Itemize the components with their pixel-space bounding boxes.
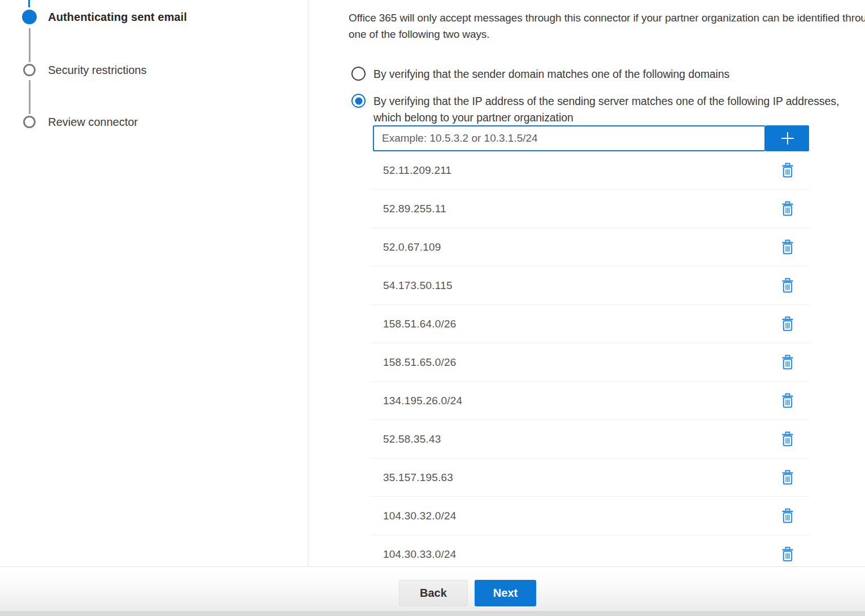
step-description-text: Office 365 will only accept messages thr… — [349, 10, 865, 42]
ip-address-value: 54.173.50.115 — [383, 279, 780, 292]
wizard-step-content: Office 365 will only accept messages thr… — [349, 0, 865, 566]
trash-icon — [781, 393, 794, 408]
trash-icon — [781, 239, 794, 255]
back-button[interactable]: Back — [399, 580, 468, 606]
radio-option-label: By verifying that the IP address of the … — [373, 93, 842, 126]
delete-ip-button[interactable] — [780, 430, 795, 448]
stepper-connector-line — [29, 80, 31, 114]
step-upcoming-circle-icon — [23, 116, 36, 128]
radio-option-ip-address[interactable]: By verifying that the IP address of the … — [351, 93, 842, 126]
trash-icon — [781, 316, 794, 331]
delete-ip-button[interactable] — [780, 315, 795, 333]
radio-unselected-icon[interactable] — [351, 67, 366, 81]
ip-address-row: 104.30.33.0/24 — [370, 535, 810, 566]
ip-address-value: 52.11.209.211 — [383, 164, 780, 177]
delete-ip-button[interactable] — [780, 545, 795, 563]
trash-icon — [781, 163, 794, 178]
ip-address-value: 52.89.255.11 — [383, 203, 780, 215]
ip-address-row: 52.58.35.43 — [370, 420, 810, 458]
ip-address-row: 52.0.67.109 — [370, 228, 810, 267]
trash-icon — [781, 201, 794, 216]
ip-address-value: 158.51.64.0/26 — [383, 318, 780, 330]
ip-address-value: 52.58.35.43 — [383, 433, 780, 445]
add-ip-button[interactable] — [766, 125, 809, 151]
ip-address-row: 104.30.32.0/24 — [370, 497, 810, 535]
step-current-circle-icon — [22, 10, 37, 24]
trash-icon — [781, 278, 794, 293]
wizard-stepper-sidebar: Authenticating sent email Security restr… — [0, 0, 308, 566]
stepper-connector-line — [29, 28, 31, 62]
ip-address-value: 134.195.26.0/24 — [383, 395, 780, 407]
delete-ip-button[interactable] — [780, 392, 795, 409]
ip-address-value: 104.30.32.0/24 — [383, 510, 780, 522]
delete-ip-button[interactable] — [780, 507, 795, 525]
radio-selected-icon[interactable] — [351, 94, 366, 108]
delete-ip-button[interactable] — [780, 353, 795, 371]
step-label: Authenticating sent email — [48, 10, 187, 24]
next-button[interactable]: Next — [475, 580, 536, 606]
trash-icon — [781, 508, 794, 523]
delete-ip-button[interactable] — [780, 238, 795, 256]
trash-icon — [781, 547, 794, 562]
ip-address-input[interactable] — [373, 125, 766, 151]
radio-option-sender-domain[interactable]: By verifying that the sender domain matc… — [351, 66, 729, 82]
step-label: Security restrictions — [48, 63, 147, 77]
step-upcoming-circle-icon — [23, 64, 36, 76]
footer-buttons: Back Next — [399, 580, 536, 606]
step-label: Review connector — [48, 115, 138, 129]
ip-address-row: 134.195.26.0/24 — [370, 382, 810, 420]
ip-address-row: 158.51.64.0/26 — [370, 305, 810, 343]
delete-ip-button[interactable] — [780, 277, 795, 294]
delete-ip-button[interactable] — [780, 469, 795, 486]
ip-address-row: 52.89.255.11 — [370, 190, 810, 228]
trash-icon — [781, 470, 794, 485]
ip-address-value: 35.157.195.63 — [383, 471, 780, 484]
delete-ip-button[interactable] — [780, 200, 795, 217]
ip-address-value: 52.0.67.109 — [383, 241, 780, 254]
trash-icon — [781, 355, 794, 370]
connector-wizard-screen: Authenticating sent email Security restr… — [0, 0, 865, 616]
ip-address-row: 52.11.209.211 — [370, 151, 810, 190]
stepper-previous-connector-line — [28, 0, 30, 7]
ip-address-row: 35.157.195.63 — [370, 458, 810, 497]
ip-address-list: 52.11.209.211 52.89.255.11 — [370, 151, 810, 566]
ip-address-entry-row — [373, 125, 809, 151]
trash-icon — [781, 431, 794, 447]
plus-icon — [779, 130, 796, 147]
delete-ip-button[interactable] — [780, 161, 795, 179]
ip-address-value: 158.51.65.0/26 — [383, 356, 780, 369]
ip-address-row: 54.173.50.115 — [370, 267, 810, 305]
ip-address-value: 104.30.33.0/24 — [383, 548, 780, 561]
ip-address-row: 158.51.65.0/26 — [370, 343, 810, 382]
radio-option-label: By verifying that the sender domain matc… — [373, 66, 729, 82]
wizard-footer: Back Next — [0, 566, 865, 616]
